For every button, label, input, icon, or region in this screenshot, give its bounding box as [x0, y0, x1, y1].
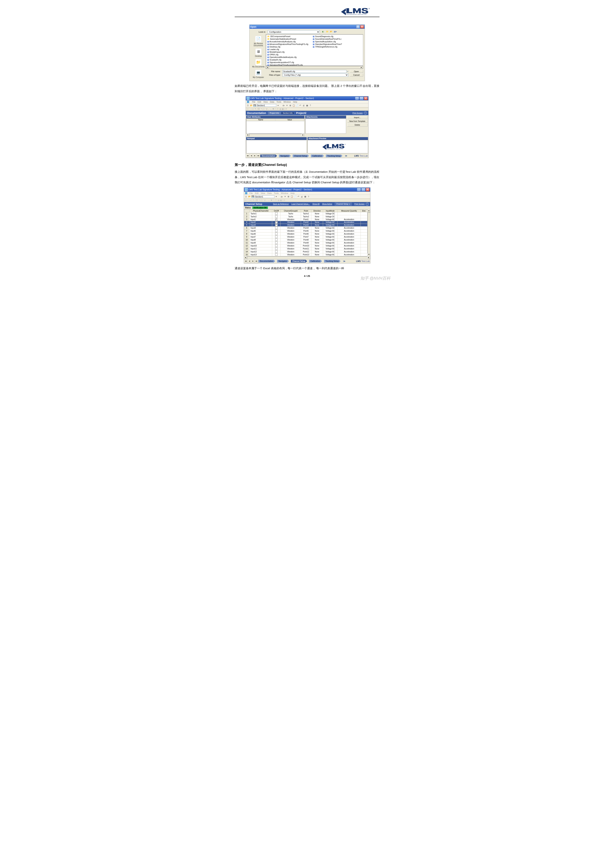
paste-icon[interactable]: 📄	[294, 195, 297, 198]
new-from-template-button[interactable]: New from Template	[347, 120, 368, 123]
lookin-select[interactable]: Configuration	[268, 30, 320, 34]
file-item[interactable]: ▦ OPAX.cfg	[267, 53, 308, 56]
nav-last-icon[interactable]: ⏭	[255, 260, 258, 263]
file-item[interactable]: ▦ TPASingleReference.cfg	[312, 46, 342, 48]
section-field[interactable]	[255, 195, 274, 198]
col-header[interactable]: InputMode	[323, 209, 337, 212]
options-icon[interactable]: ▦	[306, 104, 309, 107]
menu-help[interactable]: Help	[291, 192, 295, 194]
scroll-right-icon[interactable]: ►	[360, 66, 363, 68]
help-circle-icon[interactable]: ?	[366, 203, 369, 206]
data-icon[interactable]: ⊞	[287, 195, 290, 198]
menu-view[interactable]: View	[263, 101, 268, 103]
save-as-reference-link[interactable]: Save as Reference	[273, 203, 289, 205]
file-item[interactable]: ▦ SoundIntensityRealTimeFS.c	[312, 38, 342, 40]
minimize-icon[interactable]: _	[357, 188, 361, 191]
delete-icon[interactable]: ✕	[284, 195, 287, 198]
filename-dropdown-icon[interactable]: ▾	[347, 70, 348, 73]
file-item[interactable]: ▦ AcousticIntensityAnalysis.cfg	[267, 40, 308, 43]
notepad-pane[interactable]	[246, 140, 307, 153]
maximize-icon[interactable]: □	[361, 188, 365, 191]
menu-edit[interactable]: Edit	[255, 192, 258, 194]
step-navigator[interactable]: Navigator	[279, 155, 291, 157]
place-item[interactable]: 💻My Computer	[253, 70, 264, 78]
nav-prev-icon[interactable]: ◄	[248, 260, 251, 263]
new-icon[interactable]: 🗋	[245, 195, 248, 198]
menu-window[interactable]: Window	[283, 101, 291, 103]
userattr-hscroll[interactable]: ◄►	[246, 133, 305, 136]
menu-tools[interactable]: Tools	[277, 101, 281, 103]
print-screen-link[interactable]: Print Screen	[354, 203, 364, 205]
file-item[interactable]: ▦ SignatureAcquisitionOT.cfg	[267, 61, 308, 64]
open-icon[interactable]: 📂	[250, 104, 253, 107]
table-row[interactable]: 12Input10VibrationPoint10NoneVoltage ACA…	[244, 244, 367, 247]
file-item[interactable]: ▦ ScadasIII.cfg	[267, 59, 308, 61]
step-channel-setup[interactable]: Channel Setup	[291, 260, 307, 262]
nav-next-icon[interactable]: ►	[253, 154, 256, 158]
file-item[interactable]: 📁 AutomaticStabilizationPreset	[267, 38, 308, 40]
place-item[interactable]: 📄My Recent Documents	[253, 36, 263, 46]
menu-file[interactable]: File	[252, 101, 255, 103]
minimize-icon[interactable]: _	[355, 97, 359, 100]
col-header[interactable]: ChannelGroupId	[281, 209, 301, 212]
filetype-select[interactable]: Config Files (*.cfg)	[283, 73, 348, 77]
load-channel-setup-link[interactable]: Load Channel Setup...	[291, 203, 310, 205]
file-item[interactable]: ▦ Desktop.cfg	[267, 46, 308, 48]
close-icon[interactable]: ✕	[364, 97, 368, 100]
step-tracking-setup[interactable]: Tracking Setup	[324, 260, 341, 262]
nav-first-icon[interactable]: ⏮	[244, 260, 248, 263]
table-row[interactable]: 1Tacho1TachoTacho1NoneVoltage DC	[244, 212, 367, 215]
new-icon[interactable]: 🗋	[247, 104, 250, 107]
table-row[interactable]: 6Input4VibrationPoint4NoneVoltage ACAcce…	[244, 226, 367, 229]
views-icon[interactable]: ▦▾	[334, 30, 337, 33]
maximize-icon[interactable]: □	[359, 97, 364, 100]
more-steps-icon[interactable]: ≫	[345, 155, 347, 157]
table-row[interactable]: 3Input1✔VibrationPoint1NoneVoltage ACAcc…	[244, 218, 367, 221]
col-header[interactable]: OnOff	[272, 209, 281, 212]
col-header[interactable]	[244, 209, 249, 212]
copy-icon[interactable]: 📋	[291, 195, 293, 198]
step-calibration[interactable]: Calibration	[311, 155, 324, 157]
undo-icon[interactable]: ↶	[297, 195, 300, 198]
nav-next-icon[interactable]: ►	[252, 260, 255, 263]
copy-icon[interactable]: 📋	[292, 104, 295, 107]
table-hscroll[interactable]: ◄►	[244, 256, 370, 259]
menu-edit[interactable]: Edit	[258, 101, 261, 103]
table-row[interactable]: 10Input8VibrationPoint8NoneVoltage ACAcc…	[244, 238, 367, 241]
menu-view[interactable]: View	[261, 192, 265, 194]
channel-setup-dropdown[interactable]: Channel Setup▼	[335, 203, 352, 205]
help-circle-icon[interactable]: ?	[364, 112, 367, 115]
menu-file[interactable]: File	[250, 192, 253, 194]
file-item[interactable]: ▦ AdvancedSignatureRealTimeTestingFS.cfg	[267, 43, 308, 45]
filename-input[interactable]	[283, 70, 347, 73]
menu-window[interactable]: Window	[281, 192, 288, 194]
table-row[interactable]: 2Tacho2TachoTacho2NoneVoltage DC	[244, 215, 367, 218]
menu-data[interactable]: Data	[267, 192, 272, 194]
file-item[interactable]: ▦ OperationalModalAnalysis.cfg	[267, 56, 308, 59]
dropdown-icon[interactable]: ▾	[277, 104, 280, 107]
scroll-down-icon[interactable]: ▼	[368, 253, 370, 256]
table-row[interactable]: 14Input12VibrationPoint12NoneVoltage ACA…	[244, 250, 367, 253]
col-header[interactable]: Direction	[311, 209, 323, 212]
more-steps-icon[interactable]: ≫	[343, 260, 345, 262]
help-icon[interactable]: ?	[307, 195, 310, 198]
delete-icon[interactable]: ✕	[286, 104, 289, 107]
up-icon[interactable]: 📁	[326, 30, 329, 33]
table-row[interactable]: 8Input6VibrationPoint6NoneVoltage ACAcce…	[244, 232, 367, 235]
file-item[interactable]: ▦ SoundDiagnosis.cfg	[312, 35, 342, 38]
close-icon[interactable]: ✕	[360, 25, 364, 28]
undo-icon[interactable]: ↶	[299, 104, 302, 107]
file-item[interactable]: ▦ ModalImpact.cfg	[267, 51, 308, 53]
table-row[interactable]: 9Input7VibrationPoint7NoneVoltage ACAcce…	[244, 235, 367, 238]
step-calibration[interactable]: Calibration	[309, 260, 322, 262]
step-channel-setup[interactable]: Channel Setup	[292, 155, 309, 157]
open-icon[interactable]: 📂	[248, 195, 251, 198]
table-row[interactable]: 5Input3✔VibrationPoint3NoneVoltage ACAcc…	[244, 223, 367, 226]
col-header[interactable]: PhysicalChannelId	[249, 209, 272, 212]
save-icon[interactable]: 💾	[252, 195, 254, 198]
save-icon[interactable]: 💾	[253, 104, 256, 107]
print-icon[interactable]: 🖨	[302, 104, 305, 107]
explorer-icon[interactable]: 🗁	[282, 104, 285, 107]
options-icon[interactable]: ▦	[304, 195, 307, 198]
close-icon[interactable]: ✕	[366, 188, 370, 191]
